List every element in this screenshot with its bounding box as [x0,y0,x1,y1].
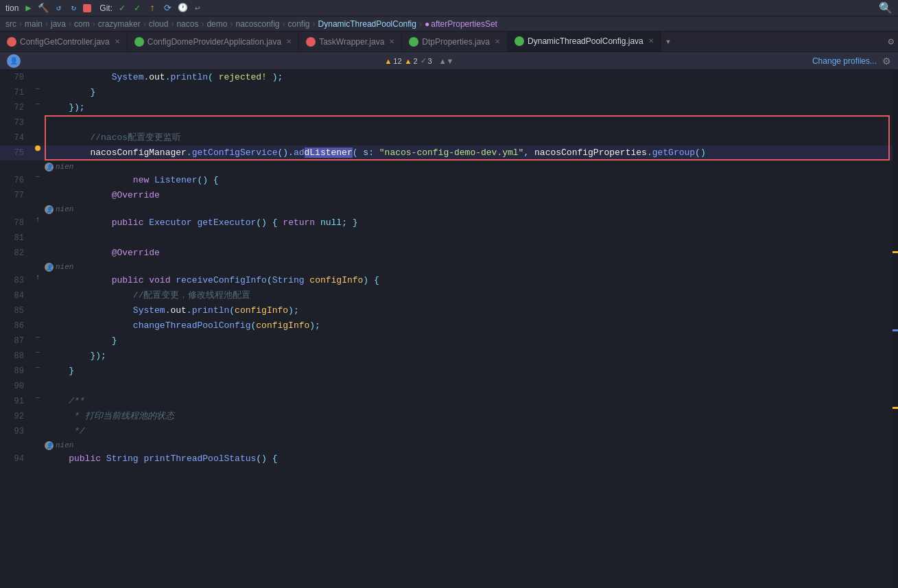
line-content[interactable]: */ [45,424,898,439]
tab-configgetcontroller[interactable]: ConfigGetController.java ✕ [0,32,128,51]
line-content[interactable]: /** [45,394,898,409]
tab-close-configdomeprovider[interactable]: ✕ [286,38,292,45]
reload-icon[interactable]: ↺ [53,3,64,14]
tab-close-dtpproperties[interactable]: ✕ [495,38,500,45]
bc-nacos[interactable]: nacos [176,19,198,29]
fold-button-91[interactable]: — [36,394,40,401]
line-number: 87 [0,333,31,349]
fold-button-76[interactable]: — [36,173,40,180]
line-content[interactable]: } [45,333,898,349]
tab-icon-taskwrapper [306,37,316,47]
line-content[interactable]: public void receiveConfigInfo(String con… [45,273,898,288]
tab-label-dtpproperties: DtpProperties.java [422,37,490,47]
bc-class[interactable]: DynamicThreadPoolConfig [318,19,416,29]
tab-close-configgetcontroller[interactable]: ✕ [115,38,120,45]
build-icon[interactable]: 🔨 [38,3,49,14]
tab-settings-icon[interactable]: ⚙ [884,32,898,51]
line-gutter: — [31,364,45,371]
line-content[interactable]: } [45,85,898,100]
tab-dtpproperties[interactable]: DtpProperties.java ✕ [402,32,508,51]
line-number: 86 [0,318,31,333]
bc-demo[interactable]: demo [206,19,227,29]
line-content[interactable]: public Executor getExecutor() { return n… [45,215,898,231]
line-content[interactable]: //配置变更，修改线程池配置 [45,288,898,303]
line-gutter: ↑ [31,215,45,224]
warning-triangle2-icon: ▲ [405,57,412,65]
marker-yellow-icon [35,145,40,151]
search-icon[interactable]: 🔍 [879,1,893,15]
settings-gear-icon[interactable]: ⚙ [882,56,891,67]
tab-dynamicthreadpoolconfig[interactable]: DynamicThreadPoolConfig.java ✕ [508,32,661,51]
line-content[interactable]: //nacos配置变更监听 [45,130,898,145]
bc-crazymaker[interactable]: crazymaker [98,19,141,29]
line-content[interactable]: System.out.println( rejected! ); [45,70,898,85]
line-number: 91 [0,394,31,409]
fold-button-72[interactable]: — [36,100,40,108]
change-profiles-link[interactable]: Change profiles... [812,56,877,66]
line-content[interactable]: System.out.println(configInfo); [45,303,898,318]
git-fetch-icon[interactable]: ⟳ [162,3,173,14]
tab-configdomeprovider[interactable]: ConfigDomeProviderApplication.java ✕ [128,32,299,51]
reload2-icon[interactable]: ↻ [68,3,79,14]
ok-check-icon: ✓ [421,56,427,65]
line-content[interactable]: * 打印当前线程池的状态 [45,409,898,424]
profile-bar: 👤 ▲ 12 ▲ 2 ✓ 3 ▲▼ Change profiles... ⚙ [0,52,898,70]
table-row: 90 [0,379,898,394]
run-icon[interactable]: ▶ [23,3,34,14]
line-content[interactable]: new Listener() { [45,173,898,188]
line-content[interactable]: @Override [45,188,898,203]
tab-overflow[interactable]: ▾ [661,32,675,51]
git-push-icon[interactable]: ↑ [147,3,158,14]
bc-cloud[interactable]: cloud [149,19,169,29]
fold-button-89[interactable]: — [36,364,40,371]
table-row: 89 — } [0,364,898,379]
line-content[interactable]: }); [45,100,898,115]
line-content[interactable]: changeThreadPoolConfig(configInfo); [45,318,898,333]
bc-src[interactable]: src [5,19,16,29]
fold-button-88[interactable]: — [36,349,40,356]
line-number: 93 [0,424,31,439]
tab-taskwrapper[interactable]: TaskWrapper.java ✕ [299,32,402,51]
warning-count: 12 [393,57,401,65]
line-number: 88 [0,349,31,364]
table-row: 81 [0,231,898,246]
git-undo-icon[interactable]: ↩ [192,3,203,14]
bc-com[interactable]: com [74,19,90,29]
line-number: 73 [0,115,31,130]
nien-label2: nien [56,205,73,213]
marker-up-icon: ↑ [36,215,40,224]
line-content[interactable]: nacosConfigManager.getConfigService().ad… [45,145,898,161]
table-row: 82 @Override [0,246,898,261]
git-check1-icon[interactable]: ✓ [117,3,128,14]
tab-close-dynamicthreadpoolconfig[interactable]: ✕ [648,37,654,45]
scroll-marker-position [893,329,898,331]
line-content[interactable]: }); [45,349,898,364]
bc-main[interactable]: main [25,19,43,29]
expand-warnings-icon[interactable]: ▲▼ [439,57,454,65]
line-content[interactable]: } [45,364,898,379]
git-check2-icon[interactable]: ✓ [132,3,143,14]
bc-java[interactable]: java [51,19,66,29]
bc-config[interactable]: config [288,19,310,29]
ok-count: 3 [428,57,432,65]
table-row: 83 ↑ public void receiveConfigInfo(Strin… [0,273,898,288]
stop-icon[interactable] [83,4,91,12]
tab-icon-dtpproperties [409,37,418,47]
tab-label-taskwrapper: TaskWrapper.java [319,37,384,47]
scrollbar[interactable] [893,70,898,588]
table-row: 74 //nacos配置变更监听 [0,130,898,145]
git-history-icon[interactable]: 🕐 [177,3,188,14]
bc-nacosconfig[interactable]: nacosconfig [235,19,279,29]
tab-icon-configdomeprovider [134,37,144,47]
line-content[interactable]: @Override [45,246,898,261]
line-content[interactable]: public String printThreadPoolStatus() { [45,451,898,467]
fold-button-87[interactable]: — [36,333,40,341]
scroll-marker-warning2 [893,407,898,409]
tab-close-taskwrapper[interactable]: ✕ [389,38,394,45]
error-count: 2 [413,57,417,65]
fold-button[interactable]: — [36,85,40,93]
bc-method[interactable]: afterPropertiesSet [431,19,497,29]
table-row: 87 — } [0,333,898,349]
table-row: 72 — }); [0,100,898,115]
line-number: 77 [0,188,31,203]
